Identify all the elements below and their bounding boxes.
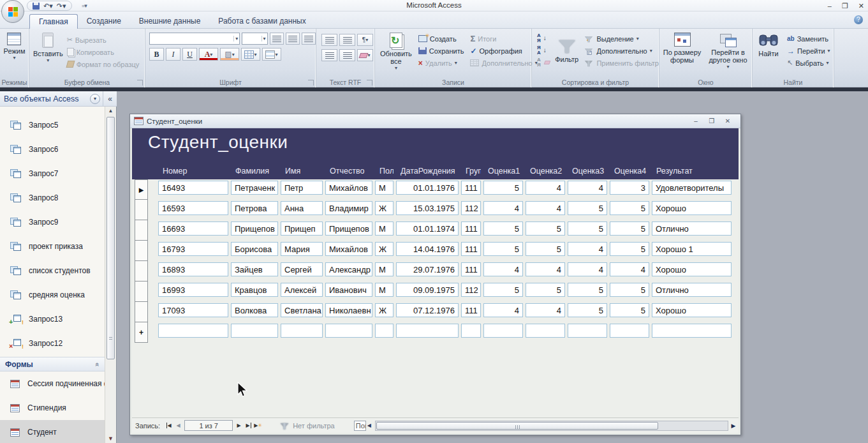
filter-indicator[interactable]: Нет фильтра — [279, 422, 335, 430]
column-header[interactable]: Имя — [281, 167, 323, 176]
cell-input[interactable]: Светлана — [281, 303, 323, 317]
record-selector[interactable] — [135, 261, 148, 282]
column-header[interactable]: Пол — [375, 167, 394, 176]
cell-input[interactable]: 4 — [483, 201, 523, 215]
cell-input[interactable]: Зайцев — [231, 262, 278, 276]
cell-input[interactable]: Отлично — [652, 283, 732, 297]
cell-input[interactable] — [483, 324, 523, 338]
text-direction-button[interactable]: ¶▾ — [357, 34, 373, 46]
scroll-down-icon[interactable]: ▼ — [105, 435, 116, 442]
advanced-filter-button[interactable]: Дополнительно▾ — [582, 45, 659, 57]
navpane-item[interactable]: ×!Запрос12 — [0, 331, 105, 356]
cell-input[interactable] — [281, 324, 323, 338]
cell-input[interactable]: 111 — [461, 303, 481, 317]
cell-input[interactable]: 01.01.1976 — [396, 181, 459, 195]
cell-input[interactable]: 01.01.1974 — [396, 222, 459, 236]
cell-input[interactable]: 5 — [483, 242, 523, 256]
cell-input[interactable]: 29.07.1976 — [396, 262, 459, 276]
column-header[interactable]: Оценка3 — [568, 167, 607, 176]
cell-input[interactable]: 16793 — [158, 242, 228, 256]
refresh-all-button[interactable]: Обновить все ▾ — [380, 30, 412, 75]
cut-button[interactable]: ✂Вырезать — [66, 34, 140, 46]
toggle-filter-button[interactable]: Применить фильтр — [582, 57, 659, 69]
cell-input[interactable]: 3 — [610, 181, 649, 195]
eraser-button[interactable]: ▾ — [357, 49, 373, 61]
column-header[interactable]: Оценка1 — [483, 167, 523, 176]
close-button[interactable]: ✕ — [858, 2, 864, 10]
navpane-item[interactable]: Сессия подчиненная фо... — [0, 372, 105, 396]
cell-input[interactable]: 5 — [526, 222, 565, 236]
delete-record-button[interactable]: ×Удалить▾ — [417, 57, 464, 69]
cell-input[interactable]: 5 — [568, 303, 607, 317]
search-input[interactable]: Поиск — [354, 421, 366, 431]
scroll-left-icon[interactable]: ◀ — [367, 423, 375, 428]
align-left-button[interactable] — [270, 33, 284, 45]
record-selector[interactable] — [135, 200, 148, 220]
cell-input[interactable]: 5 — [610, 222, 649, 236]
find-button[interactable]: Найти — [755, 30, 782, 75]
cell-input[interactable]: 111 — [461, 181, 481, 195]
cell-input[interactable] — [652, 324, 732, 338]
cell-input[interactable]: 4 — [568, 181, 607, 195]
cell-input[interactable]: 5 — [610, 303, 649, 317]
tab-rabota-s-bazami[interactable]: Работа с базами данных — [209, 14, 314, 29]
cell-input[interactable]: 5 — [610, 242, 649, 256]
new-blank-record-button[interactable]: ▶✳ — [253, 423, 263, 428]
cell-input[interactable]: 16493 — [158, 181, 228, 195]
cell-input[interactable]: 5 — [483, 222, 523, 236]
cell-input[interactable]: М — [375, 222, 394, 236]
cell-input[interactable] — [158, 324, 228, 338]
chevron-double-up-icon[interactable]: « — [94, 362, 101, 366]
current-record-selector[interactable]: ▶ — [135, 179, 148, 200]
replace-button[interactable]: abЗаменить — [786, 33, 830, 45]
cell-input[interactable]: Прищепов — [231, 222, 278, 236]
cell-input[interactable]: 5 — [526, 283, 565, 297]
cell-input[interactable]: Мария — [281, 242, 323, 256]
cell-input[interactable]: 4 — [526, 303, 565, 317]
cell-input[interactable] — [526, 324, 565, 338]
cell-input[interactable]: Петр — [281, 181, 323, 195]
scroll-up-icon[interactable]: ▲ — [105, 108, 116, 114]
cell-input[interactable]: Хорошо 1 — [652, 242, 732, 256]
navpane-item[interactable]: список студентов — [0, 259, 105, 283]
cell-input[interactable]: 4 — [610, 262, 649, 276]
navpane-item[interactable]: +!Запрос13 — [0, 307, 105, 331]
new-record-selector[interactable]: + — [135, 322, 148, 343]
cell-input[interactable]: Петраченк — [231, 181, 278, 195]
cell-input[interactable]: 16893 — [158, 262, 228, 276]
cell-input[interactable]: М — [375, 181, 394, 195]
cell-input[interactable]: М — [375, 283, 394, 297]
size-to-fit-form-button[interactable]: По размеру формы — [662, 30, 703, 75]
next-record-button[interactable]: ▶ — [234, 423, 244, 428]
cell-input[interactable]: Ж — [375, 242, 394, 256]
navpane-item[interactable]: Запрос7 — [0, 161, 105, 186]
spelling-button[interactable]: ✓Орфография — [469, 45, 537, 57]
tab-sozdanie[interactable]: Создание — [78, 14, 130, 29]
align-center-button[interactable] — [286, 33, 300, 45]
column-header[interactable]: ДатаРождения — [396, 167, 459, 176]
cell-input[interactable]: 111 — [461, 242, 481, 256]
cell-input[interactable]: Хорошо — [652, 262, 732, 276]
cell-input[interactable]: 5 — [483, 283, 523, 297]
cell-input[interactable]: 5 — [483, 181, 523, 195]
hscroll-thumb[interactable] — [376, 422, 658, 430]
cell-input[interactable]: Михайлов — [325, 181, 372, 195]
cell-input[interactable]: 4 — [568, 242, 607, 256]
bold-button[interactable]: B — [149, 48, 164, 61]
cell-input[interactable] — [568, 324, 607, 338]
cell-input[interactable]: 4 — [483, 303, 523, 317]
cell-input[interactable]: 5 — [610, 201, 649, 215]
cell-input[interactable]: 112 — [461, 201, 481, 215]
form-titlebar[interactable]: Студент_оценки – ❒ ✕ — [130, 114, 740, 128]
cell-input[interactable]: Петрова — [231, 201, 278, 215]
navpane-item[interactable]: Студент — [0, 420, 105, 443]
cell-input[interactable]: Отлично — [652, 222, 732, 236]
navpane-menu-button[interactable]: ▾ — [90, 94, 100, 104]
column-header[interactable]: Отчество — [325, 167, 372, 176]
cell-input[interactable]: Борисова — [231, 242, 278, 256]
cell-input[interactable]: Прищепов — [325, 222, 372, 236]
fill-color-button[interactable]: ▨▾ — [220, 48, 239, 61]
form-close-button[interactable]: ✕ — [721, 117, 734, 124]
cell-input[interactable]: Владимир — [325, 201, 372, 215]
alternate-fill-button[interactable]: ▾ — [262, 48, 281, 61]
